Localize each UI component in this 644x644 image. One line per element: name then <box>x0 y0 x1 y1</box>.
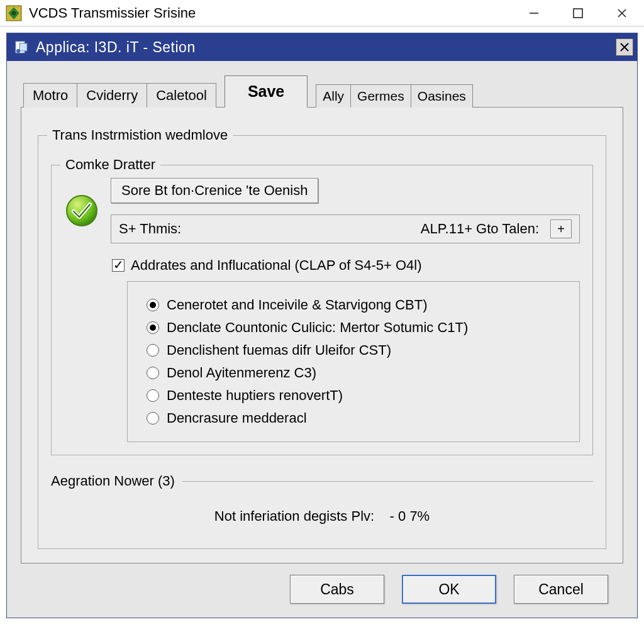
radio-group: Cenerotet and Inceivile & Starvigong CBT… <box>127 281 580 442</box>
addrates-label: Addrates and Influcational (CLAP of S4-5… <box>131 257 421 274</box>
dialog-titlebar: Applica: I3D. iT - Setion <box>7 33 637 61</box>
radio-option-5[interactable]: Dencrasure medderacl <box>147 410 565 426</box>
radio-option-3[interactable]: Denol Ayitenmerenz C3) <box>147 365 565 381</box>
addrates-checkbox[interactable]: Addrates and Influcational (CLAP of S4-5… <box>112 257 580 274</box>
svg-rect-3 <box>574 9 582 18</box>
thmis-value: ALP.11+ Gto Talen: <box>421 221 539 237</box>
radio-option-2[interactable]: Denclishent fuemas difr Uleifor CST) <box>147 342 565 358</box>
radio-icon <box>147 344 159 357</box>
thmis-field[interactable]: S+ Thmis: ALP.11+ Gto Talen: + <box>111 214 580 243</box>
minimize-button[interactable] <box>512 0 556 26</box>
radio-option-4[interactable]: Denteste huptiers renovertT) <box>147 387 565 404</box>
radio-label: Cenerotet and Inceivile & Starvigong CBT… <box>167 297 428 313</box>
tab-motro[interactable]: Motro <box>23 83 77 108</box>
radio-icon <box>147 321 159 334</box>
group-aegration-header: Aegration Nower (3) <box>51 473 593 489</box>
group-trans-instrmistion: Trans Instrmistion wedmlove Comke Dratte… <box>38 135 606 549</box>
tab-oasines[interactable]: Oasines <box>411 84 473 108</box>
tab-germes[interactable]: Germes <box>350 84 411 108</box>
maximize-button[interactable] <box>556 0 600 26</box>
group-heading: Trans Instrmistion wedmlove <box>47 127 233 143</box>
svg-point-11 <box>67 196 97 226</box>
radio-option-0[interactable]: Cenerotet and Inceivile & Starvigong CBT… <box>147 297 565 313</box>
plus-button[interactable]: + <box>550 219 572 238</box>
radio-option-1[interactable]: Denclate Countonic Culicic: Mertor Sotum… <box>147 319 565 336</box>
dialog-title: Applica: I3D. iT - Setion <box>36 39 616 56</box>
thmis-label: S+ Thmis: <box>119 221 181 237</box>
info-row: Not inferiation degists Plv: - 0 7% <box>51 508 593 525</box>
close-button[interactable] <box>600 0 644 26</box>
radio-label: Dencrasure medderacl <box>167 410 307 426</box>
document-icon <box>13 39 30 55</box>
radio-label: Denol Ayitenmerenz C3) <box>167 365 316 381</box>
radio-icon <box>147 389 159 402</box>
dialog-window: Applica: I3D. iT - Setion Motro Cviderry… <box>6 33 638 618</box>
aegration-legend: Aegration Nower (3) <box>51 473 175 489</box>
tab-caletool[interactable]: Caletool <box>147 83 216 108</box>
dialog-button-bar: Cabs OK Cancel <box>21 564 623 618</box>
dialog-client-area: Motro Cviderry Caletool Save Ally Germes… <box>7 61 637 618</box>
success-check-icon <box>64 193 99 228</box>
dialog-close-button[interactable] <box>616 38 633 56</box>
ok-button[interactable]: OK <box>402 575 496 604</box>
window-title: VCDS Transmissier Srisine <box>29 5 196 21</box>
radio-label: Denclate Countonic Culicic: Mertor Sotum… <box>167 319 468 336</box>
radio-icon <box>147 367 159 379</box>
outer-titlebar: VCDS Transmissier Srisine <box>0 0 644 26</box>
radio-label: Denteste huptiers renovertT) <box>167 387 343 404</box>
svg-point-1 <box>12 11 16 15</box>
group-legend: Comke Dratter <box>60 157 160 173</box>
cabs-button[interactable]: Cabs <box>290 575 384 604</box>
info-value: - 0 7% <box>390 508 430 524</box>
tab-strip: Motro Cviderry Caletool Save Ally Germes… <box>23 75 623 107</box>
checkbox-icon <box>112 259 125 272</box>
tab-cviderry[interactable]: Cviderry <box>77 83 147 108</box>
radio-icon <box>147 299 159 311</box>
tab-ally[interactable]: Ally <box>316 84 351 108</box>
info-label: Not inferiation degists Plv: <box>214 508 374 524</box>
group-comke-dratter: Comke Dratter <box>51 165 593 455</box>
radio-label: Denclishent fuemas difr Uleifor CST) <box>167 342 391 358</box>
sore-button[interactable]: Sore Bt fon·Crenice 'te Oenish <box>111 178 318 203</box>
tab-panel-save: Trans Instrmistion wedmlove Comke Dratte… <box>21 107 623 564</box>
app-icon <box>5 4 23 22</box>
tab-save[interactable]: Save <box>225 75 308 108</box>
cancel-button[interactable]: Cancel <box>514 575 608 604</box>
radio-icon <box>147 412 159 425</box>
svg-point-8 <box>16 49 20 53</box>
svg-rect-7 <box>19 43 27 51</box>
